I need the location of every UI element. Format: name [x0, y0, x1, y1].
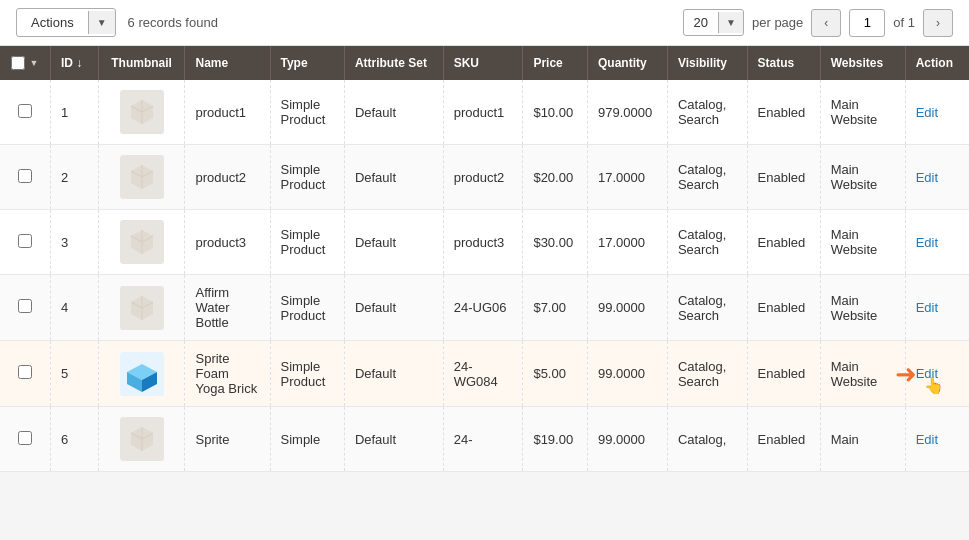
cell-id: 3 — [50, 210, 98, 275]
cell-thumbnail — [98, 407, 185, 472]
cell-type: Simple Product — [270, 275, 344, 341]
header-attribute-set: Attribute Set — [344, 46, 443, 80]
cell-type: Simple Product — [270, 341, 344, 407]
product-thumbnail-placeholder — [120, 286, 164, 330]
cell-sku: product2 — [443, 145, 523, 210]
cell-quantity: 979.0000 — [587, 80, 667, 145]
cell-name: Sprite — [185, 407, 270, 472]
cell-thumbnail — [98, 145, 185, 210]
prev-page-button[interactable]: ‹ — [811, 9, 841, 37]
header-action: Action — [905, 46, 969, 80]
cell-attribute-set: Default — [344, 80, 443, 145]
cell-attribute-set: Default — [344, 275, 443, 341]
cell-id: 5 — [50, 341, 98, 407]
cell-quantity: 17.0000 — [587, 210, 667, 275]
cell-price: $7.00 — [523, 275, 588, 341]
header-check-arrow: ▼ — [29, 58, 38, 68]
cell-visibility: Catalog, Search — [667, 145, 747, 210]
row-checkbox[interactable] — [18, 234, 32, 248]
cell-id: 1 — [50, 80, 98, 145]
cell-type: Simple Product — [270, 210, 344, 275]
cell-action: Edit — [905, 145, 969, 210]
cell-action: Edit — [905, 210, 969, 275]
edit-link[interactable]: Edit — [916, 170, 938, 185]
products-table: ▼ ID ↓ Thumbnail Name Type — [0, 46, 969, 472]
edit-link[interactable]: Edit — [916, 432, 938, 447]
row-checkbox[interactable] — [18, 169, 32, 183]
cell-quantity: 99.0000 — [587, 275, 667, 341]
cell-status: Enabled — [747, 210, 820, 275]
pagination-controls: 20 ▼ per page ‹ of 1 › — [683, 9, 953, 37]
cell-attribute-set: Default — [344, 145, 443, 210]
cell-visibility: Catalog, Search — [667, 341, 747, 407]
cell-name: product2 — [185, 145, 270, 210]
cell-quantity: 99.0000 — [587, 341, 667, 407]
cell-websites: Main Website — [820, 275, 905, 341]
edit-link[interactable]: Edit — [916, 235, 938, 250]
per-page-label: per page — [752, 15, 803, 30]
cell-quantity: 99.0000 — [587, 407, 667, 472]
records-count: 6 records found — [128, 15, 671, 30]
cell-price: $20.00 — [523, 145, 588, 210]
header-visibility: Visibility — [667, 46, 747, 80]
cell-websites: Main — [820, 407, 905, 472]
row-checkbox[interactable] — [18, 299, 32, 313]
cell-price: $19.00 — [523, 407, 588, 472]
cell-thumbnail — [98, 80, 185, 145]
cell-price: $30.00 — [523, 210, 588, 275]
edit-link[interactable]: Edit — [916, 105, 938, 120]
header-type: Type — [270, 46, 344, 80]
cell-status: Enabled — [747, 407, 820, 472]
table-row: 2 product2Simple ProductDefaultproduct2$… — [0, 145, 969, 210]
table-row: 6 SpriteSimpleDefault24-$19.0099.0000Cat… — [0, 407, 969, 472]
cell-id: 4 — [50, 275, 98, 341]
cell-price: $10.00 — [523, 80, 588, 145]
cell-type: Simple Product — [270, 80, 344, 145]
select-all-checkbox[interactable] — [11, 56, 25, 70]
cell-thumbnail — [98, 275, 185, 341]
products-table-wrapper: ▼ ID ↓ Thumbnail Name Type — [0, 46, 969, 472]
cell-visibility: Catalog, Search — [667, 210, 747, 275]
cell-action: Edit — [905, 80, 969, 145]
row-checkbox[interactable] — [18, 431, 32, 445]
header-price: Price — [523, 46, 588, 80]
cell-quantity: 17.0000 — [587, 145, 667, 210]
table-row: 4 Affirm Water BottleSimple ProductDefau… — [0, 275, 969, 341]
cell-sku: product3 — [443, 210, 523, 275]
cell-id: 6 — [50, 407, 98, 472]
header-thumbnail: Thumbnail — [98, 46, 185, 80]
product-thumbnail-placeholder — [120, 220, 164, 264]
header-quantity: Quantity — [587, 46, 667, 80]
table-row: 5 Sprite Foam Yoga BrickS — [0, 341, 969, 407]
table-row: 1 product1Simple ProductDefaultproduct1$… — [0, 80, 969, 145]
per-page-arrow: ▼ — [718, 12, 743, 33]
product-thumbnail-placeholder — [120, 417, 164, 461]
cell-status: Enabled — [747, 275, 820, 341]
toolbar: Actions ▼ 6 records found 20 ▼ per page … — [0, 0, 969, 46]
cell-price: $5.00 — [523, 341, 588, 407]
cell-sku: 24-UG06 — [443, 275, 523, 341]
cell-attribute-set: Default — [344, 210, 443, 275]
product-thumbnail-placeholder — [120, 155, 164, 199]
cell-name: product1 — [185, 80, 270, 145]
per-page-select[interactable]: 20 ▼ — [683, 9, 744, 36]
cell-thumbnail — [98, 341, 185, 407]
header-id[interactable]: ID ↓ — [50, 46, 98, 80]
product-thumbnail-placeholder — [120, 90, 164, 134]
row-checkbox[interactable] — [18, 104, 32, 118]
cell-action: Edit — [905, 407, 969, 472]
cell-name: Affirm Water Bottle — [185, 275, 270, 341]
page-input[interactable] — [849, 9, 885, 37]
cell-websites: Main Website — [820, 145, 905, 210]
next-page-button[interactable]: › — [923, 9, 953, 37]
table-header-row: ▼ ID ↓ Thumbnail Name Type — [0, 46, 969, 80]
actions-dropdown[interactable]: Actions ▼ — [16, 8, 116, 37]
cell-status: Enabled — [747, 341, 820, 407]
cell-sku: 24- — [443, 407, 523, 472]
row-checkbox[interactable] — [18, 365, 32, 379]
cell-visibility: Catalog, Search — [667, 80, 747, 145]
cell-status: Enabled — [747, 145, 820, 210]
header-status: Status — [747, 46, 820, 80]
actions-dropdown-arrow: ▼ — [88, 11, 115, 34]
edit-link[interactable]: Edit — [916, 300, 938, 315]
